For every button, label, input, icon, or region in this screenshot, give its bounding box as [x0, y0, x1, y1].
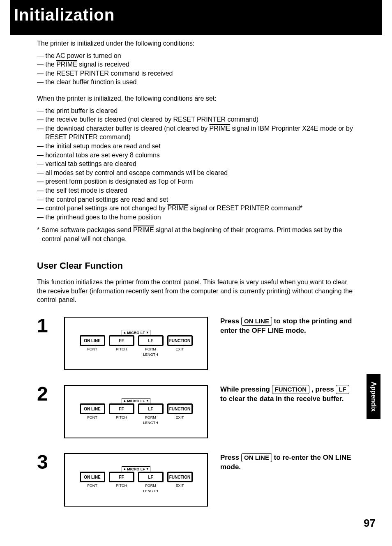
function-button: FUNCTION	[167, 335, 193, 346]
cond-1: the AC power is turned on	[37, 51, 355, 60]
online-button: ON LINE	[80, 403, 105, 414]
exit-label: EXIT	[167, 347, 193, 357]
ff-button: FF	[109, 403, 134, 414]
step-2: 2 MICRO LF ON LINE FF LF FUNCTION FONT P…	[37, 385, 355, 438]
online-key: ON LINE	[241, 453, 272, 462]
step-number: 3	[37, 453, 52, 471]
set-3: the download character buffer is cleared…	[37, 124, 355, 142]
pitch-label: PITCH	[109, 347, 134, 357]
prime-signal: PRIME	[56, 61, 77, 68]
pitch-label: PITCH	[109, 483, 134, 493]
step-1: 1 MICRO LF ON LINE FF LF FUNCTION FONT P…	[37, 317, 355, 370]
control-panel-diagram: MICRO LF ON LINE FF LF FUNCTION FONT PIT…	[64, 453, 208, 507]
font-label: FONT	[80, 347, 105, 357]
formlength-label: FORM LENGTH	[138, 347, 164, 357]
step-3-text: Press ON LINE to re-enter the ON LINE mo…	[220, 453, 355, 472]
formlength-label: FORM LENGTH	[138, 415, 164, 425]
section-tab: Appendix	[367, 374, 380, 419]
set-2: the receive buffer is cleared (not clear…	[37, 115, 355, 124]
micro-lf-label: MICRO LF	[122, 466, 150, 472]
set-list: the print buffer is cleared the receive …	[37, 106, 355, 222]
micro-lf-label: MICRO LF	[122, 398, 150, 403]
step-3: 3 MICRO LF ON LINE FF LF FUNCTION FONT P…	[37, 453, 355, 507]
function-button: FUNCTION	[167, 472, 193, 482]
pitch-label: PITCH	[109, 415, 134, 425]
set-4: the initial setup modes are read and set	[37, 142, 355, 151]
font-label: FONT	[80, 483, 105, 493]
content-area: The printer is initialized under the fol…	[0, 39, 392, 507]
set-6: vertical tab settings are cleared	[37, 159, 355, 168]
exit-label: EXIT	[167, 483, 193, 493]
prime-signal: PRIME	[210, 125, 231, 132]
step-number: 2	[37, 385, 52, 403]
online-button: ON LINE	[80, 472, 105, 482]
function-key: FUNCTION	[272, 385, 310, 394]
footnote: * Some software packages send PRIME sign…	[37, 226, 355, 243]
set-intro: When the printer is initialized, the fol…	[37, 94, 355, 103]
control-panel-diagram: MICRO LF ON LINE FF LF FUNCTION FONT PIT…	[64, 317, 208, 370]
set-11: control panel settings are not changed b…	[37, 204, 355, 213]
micro-lf-label: MICRO LF	[122, 330, 150, 335]
set-12: the printhead goes to the home position	[37, 213, 355, 222]
cond-2: the PRIME signal is received	[37, 60, 355, 69]
prime-signal: PRIME	[168, 205, 189, 212]
lf-button: LF	[138, 472, 164, 482]
set-7: all modes set by control and escape comm…	[37, 168, 355, 177]
function-button: FUNCTION	[167, 403, 193, 414]
lf-button: LF	[138, 403, 164, 414]
intro-text: The printer is initialized under the fol…	[37, 39, 355, 48]
step-number: 1	[37, 317, 52, 334]
page-title: Initialization	[14, 6, 115, 24]
cond-4: the clear buffer function is used	[37, 78, 355, 87]
exit-label: EXIT	[167, 415, 193, 425]
page-number: 97	[364, 517, 376, 530]
ff-button: FF	[109, 335, 134, 346]
ff-button: FF	[109, 472, 134, 482]
lf-key: LF	[336, 385, 349, 394]
conditions-list: the AC power is turned on the PRIME sign…	[37, 51, 355, 87]
font-label: FONT	[80, 415, 105, 425]
steps-list: 1 MICRO LF ON LINE FF LF FUNCTION FONT P…	[37, 317, 355, 507]
prime-signal: PRIME	[133, 226, 154, 233]
formlength-label: FORM LENGTH	[138, 483, 164, 493]
set-1: the print buffer is cleared	[37, 106, 355, 115]
set-8: present form position is designated as T…	[37, 177, 355, 186]
lf-button: LF	[138, 335, 164, 346]
page-header: Initialization	[10, 0, 382, 35]
section-desc: This function initializes the printer fr…	[37, 278, 355, 304]
set-5: horizontal tabs are set every 8 columns	[37, 151, 355, 160]
section-heading: User Clear Function	[37, 260, 355, 272]
step-1-text: Press ON LINE to stop the printing and e…	[220, 317, 355, 336]
online-button: ON LINE	[80, 335, 105, 346]
set-10: the control panel settings are read and …	[37, 195, 355, 204]
control-panel-diagram: MICRO LF ON LINE FF LF FUNCTION FONT PIT…	[64, 385, 208, 438]
cond-3: the RESET PRINTER command is received	[37, 69, 355, 78]
step-2-text: While pressing FUNCTION , press LF to cl…	[220, 385, 355, 404]
set-9: the self test mode is cleared	[37, 186, 355, 195]
online-key: ON LINE	[241, 317, 272, 326]
